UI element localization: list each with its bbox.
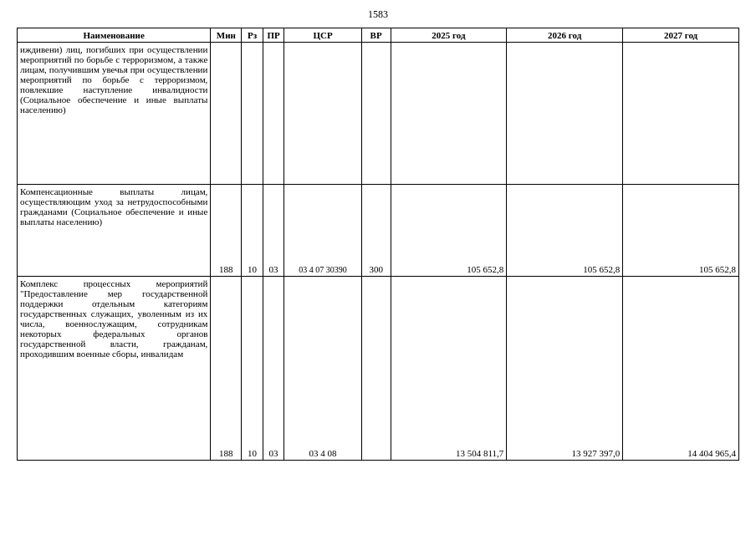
page-number: 1583 <box>17 8 739 21</box>
row3-2027: 14 404 965,4 <box>623 277 739 461</box>
header-min: Мин <box>211 28 242 43</box>
row3-2025: 13 504 811,7 <box>391 277 507 461</box>
row1-min <box>211 43 242 185</box>
row2-rz: 10 <box>242 185 263 277</box>
row2-2027: 105 652,8 <box>623 185 739 277</box>
row2-name: Компенсационные выплаты лицам, осуществл… <box>18 185 211 277</box>
header-vr: ВР <box>361 28 391 43</box>
header-pr: ПР <box>263 28 284 43</box>
table-header: Наименование Мин Рз ПР ЦСР ВР 2025 год 2… <box>18 28 739 43</box>
row3-vr <box>361 277 391 461</box>
header-rz: Рз <box>242 28 263 43</box>
table-row: Компенсационные выплаты лицам, осуществл… <box>18 185 739 277</box>
row2-min: 188 <box>211 185 242 277</box>
row1-rz <box>242 43 263 185</box>
page: 1583 Наименование Мин Рз ПР ЦСР ВР 2025 … <box>0 0 756 535</box>
header-csr: ЦСР <box>284 28 362 43</box>
header-2026: 2026 год <box>507 28 623 43</box>
row1-csr <box>284 43 362 185</box>
row2-vr: 300 <box>361 185 391 277</box>
row3-csr: 03 4 08 <box>284 277 362 461</box>
row1-name: иждивени) лиц, погибших при осуществлени… <box>18 43 211 185</box>
row2-pr: 03 <box>263 185 284 277</box>
row3-2026: 13 927 397,0 <box>507 277 623 461</box>
row2-2025: 105 652,8 <box>391 185 507 277</box>
row3-name: Комплекс процессных мероприятий "Предост… <box>18 277 211 461</box>
row3-rz: 10 <box>242 277 263 461</box>
header-naim: Наименование <box>18 28 211 43</box>
row1-vr <box>361 43 391 185</box>
header-2027: 2027 год <box>623 28 739 43</box>
row1-2026 <box>507 43 623 185</box>
row2-csr: 03 4 07 30390 <box>284 185 362 277</box>
header-2025: 2025 год <box>391 28 507 43</box>
main-table: Наименование Мин Рз ПР ЦСР ВР 2025 год 2… <box>17 28 739 461</box>
row1-pr <box>263 43 284 185</box>
row3-pr: 03 <box>263 277 284 461</box>
table-row: иждивени) лиц, погибших при осуществлени… <box>18 43 739 185</box>
row2-2026: 105 652,8 <box>507 185 623 277</box>
row3-min: 188 <box>211 277 242 461</box>
row1-2025 <box>391 43 507 185</box>
table-row: Комплекс процессных мероприятий "Предост… <box>18 277 739 461</box>
row1-2027 <box>623 43 739 185</box>
